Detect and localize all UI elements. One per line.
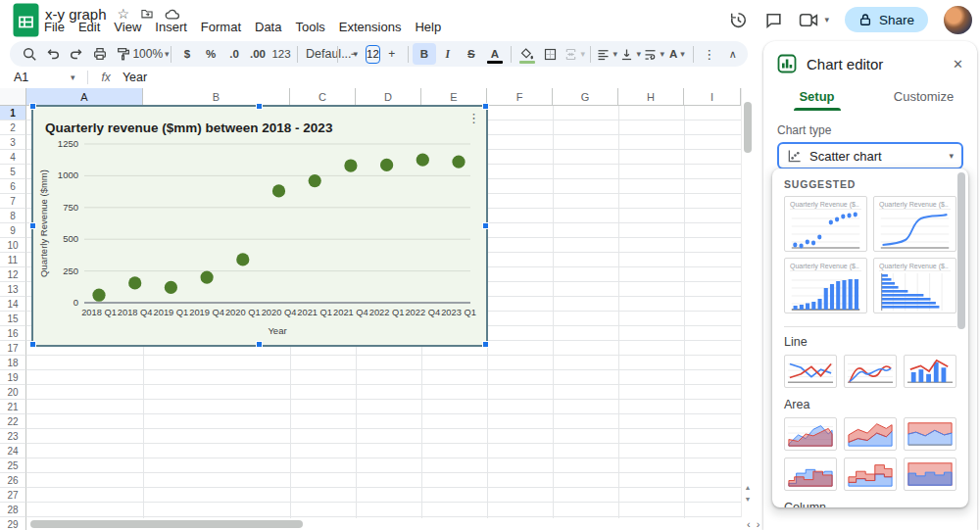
area-chart-thumbnail[interactable]	[784, 417, 837, 451]
selection-handle[interactable]	[256, 103, 263, 110]
line-chart-thumbnail[interactable]	[784, 355, 837, 388]
redo-icon[interactable]	[65, 43, 88, 65]
menu-tools[interactable]: Tools	[288, 20, 331, 35]
hundred-percent-stepped-area-chart-thumbnail[interactable]	[904, 458, 956, 491]
menu-view[interactable]: View	[107, 20, 148, 35]
menu-help[interactable]: Help	[408, 20, 448, 35]
horizontal-scrollbar[interactable]	[26, 518, 741, 530]
tab-setup[interactable]: Setup	[763, 82, 870, 111]
embedded-chart[interactable]: 0250500750100012502018 Q12018 Q42019 Q12…	[31, 105, 488, 347]
hundred-percent-area-chart-thumbnail[interactable]	[904, 417, 956, 451]
share-button[interactable]: Share	[845, 7, 928, 32]
decrease-decimal-button[interactable]: .0	[222, 43, 246, 65]
row-header-18[interactable]: 18	[0, 356, 26, 370]
stepped-area-chart-thumbnail[interactable]	[784, 458, 837, 491]
meet-caret-icon[interactable]: ▾	[824, 16, 829, 24]
row-header-6[interactable]: 6	[0, 179, 26, 194]
row-header-26[interactable]: 26	[0, 473, 26, 488]
row-header-14[interactable]: 14	[0, 297, 26, 312]
row-header-10[interactable]: 10	[0, 238, 26, 253]
column-header-A[interactable]: A	[26, 88, 143, 106]
suggested-scatter-thumbnail[interactable]: Quarterly Revenue ($..	[784, 196, 867, 252]
row-header-11[interactable]: 11	[0, 253, 26, 267]
star-icon[interactable]: ☆	[118, 7, 130, 21]
vertical-scrollbar-thumb[interactable]	[744, 102, 752, 153]
row-header-19[interactable]: 19	[0, 370, 26, 385]
column-header-H[interactable]: H	[618, 88, 684, 106]
selection-handle[interactable]	[482, 103, 489, 110]
row-header-20[interactable]: 20	[0, 385, 26, 400]
more-toolbar-options-button[interactable]: ⋮	[698, 43, 721, 65]
dropdown-scrollbar-thumb[interactable]	[957, 172, 965, 329]
column-header-I[interactable]: I	[684, 88, 741, 106]
column-header-E[interactable]: E	[421, 88, 487, 106]
borders-button[interactable]	[539, 43, 563, 65]
italic-button[interactable]: I	[436, 43, 460, 65]
row-header-17[interactable]: 17	[0, 341, 26, 356]
selection-handle[interactable]	[29, 222, 36, 229]
increase-decimal-button[interactable]: .00	[246, 43, 270, 65]
row-header-27[interactable]: 27	[0, 488, 26, 503]
stacked-area-chart-thumbnail[interactable]	[844, 417, 897, 451]
vertical-align-button[interactable]: ▾	[618, 43, 642, 65]
decrease-font-size-button[interactable]: −	[342, 43, 366, 65]
text-color-button[interactable]: A	[483, 43, 507, 65]
strikethrough-button[interactable]: S	[460, 43, 483, 65]
smooth-line-chart-thumbnail[interactable]	[844, 355, 897, 388]
selection-handle[interactable]	[482, 222, 489, 229]
undo-icon[interactable]	[41, 43, 65, 65]
menu-edit[interactable]: Edit	[72, 20, 107, 35]
font-family-control[interactable]: Defaul... ▾	[302, 43, 333, 65]
font-size-input[interactable]: 12	[366, 45, 380, 64]
text-rotation-button[interactable]: A ▾	[665, 43, 689, 65]
cloud-saved-icon[interactable]	[165, 7, 180, 21]
suggested-column-thumbnail[interactable]: Quarterly Revenue ($..	[784, 258, 867, 313]
row-header-5[interactable]: 5	[0, 165, 26, 179]
collapse-toolbar-button[interactable]: ∧	[721, 43, 745, 65]
close-icon[interactable]: ✕	[953, 57, 963, 72]
combo-chart-thumbnail[interactable]	[904, 355, 956, 388]
row-header-23[interactable]: 23	[0, 429, 26, 444]
row-header-9[interactable]: 9	[0, 223, 26, 238]
chart-menu-icon[interactable]: ⋮	[467, 111, 480, 125]
formula-input[interactable]: Year	[122, 71, 147, 84]
row-header-12[interactable]: 12	[0, 267, 26, 282]
chart-type-select[interactable]: Scatter chart ▾	[777, 142, 963, 169]
avatar[interactable]	[944, 6, 972, 34]
meet-video-icon[interactable]: ▾	[799, 12, 829, 28]
column-header-G[interactable]: G	[553, 88, 618, 106]
row-header-28[interactable]: 28	[0, 503, 26, 517]
row-header-13[interactable]: 13	[0, 282, 26, 297]
row-header-8[interactable]: 8	[0, 209, 26, 223]
format-currency-button[interactable]: $	[175, 43, 199, 65]
select-all-corner[interactable]	[0, 88, 26, 106]
merge-cells-button[interactable]: ▾	[563, 43, 586, 65]
row-header-22[interactable]: 22	[0, 414, 26, 429]
fill-color-button[interactable]	[515, 43, 539, 65]
menu-file[interactable]: File	[37, 20, 72, 35]
row-header-29[interactable]: 29	[0, 517, 26, 530]
column-header-B[interactable]: B	[143, 88, 290, 106]
selection-handle[interactable]	[482, 341, 489, 348]
increase-font-size-button[interactable]: +	[380, 43, 404, 65]
bold-button[interactable]: B	[413, 43, 436, 65]
row-header-7[interactable]: 7	[0, 194, 26, 209]
vertical-scrollbar[interactable]: ▲ ▼	[741, 88, 753, 517]
row-header-15[interactable]: 15	[0, 312, 26, 326]
scroll-up-icon[interactable]: ▲	[744, 484, 752, 492]
column-header-C[interactable]: C	[290, 88, 356, 106]
more-formats-button[interactable]: 123	[270, 43, 293, 65]
name-box-caret-icon[interactable]: ▾	[71, 73, 75, 82]
format-percent-button[interactable]: %	[199, 43, 222, 65]
menu-insert[interactable]: Insert	[148, 20, 194, 35]
stacked-stepped-area-chart-thumbnail[interactable]	[844, 458, 897, 491]
scroll-down-icon[interactable]: ▼	[744, 496, 752, 504]
suggested-line-thumbnail[interactable]: Quarterly Revenue ($..	[873, 196, 956, 252]
scroll-left-icon[interactable]: ‹	[747, 518, 757, 530]
row-header-25[interactable]: 25	[0, 458, 26, 473]
row-header-16[interactable]: 16	[0, 326, 26, 341]
menu-extensions[interactable]: Extensions	[332, 20, 409, 35]
row-header-24[interactable]: 24	[0, 444, 26, 458]
selection-handle[interactable]	[29, 103, 36, 110]
horizontal-align-button[interactable]: ▾	[595, 43, 618, 65]
